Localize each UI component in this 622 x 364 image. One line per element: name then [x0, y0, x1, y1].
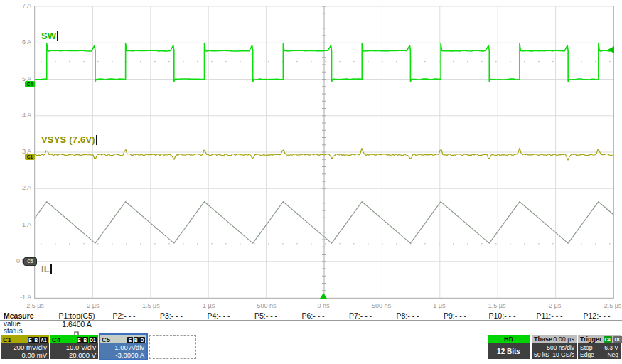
trigger-slope: Neg [607, 351, 618, 358]
x-tick: -2 µs [67, 302, 117, 310]
timebase-rate: 10 GS/s [552, 351, 574, 358]
channel-box-c5[interactable]: C5 EBD 1.00 A/div -3.0000 A [99, 333, 148, 360]
trace-label-vsys-text: VSYS (7.6V) [41, 134, 95, 145]
channel-c1-label: C1 [3, 336, 11, 343]
y-tick: 6 A [1, 38, 31, 46]
x-tick: 2.5 µs [588, 302, 622, 310]
y-tick: 2 A [1, 184, 31, 191]
trigger-time-marker[interactable] [320, 293, 327, 299]
measure-status-row-label: status [4, 327, 23, 335]
x-tick: 500 ns [356, 302, 406, 310]
c1-zero-marker[interactable]: C1 [25, 154, 35, 160]
x-tick: 1 µs [414, 302, 464, 310]
channel-badge-e: E [77, 337, 82, 343]
text-cursor [50, 264, 52, 274]
empty-channel-slot[interactable] [149, 335, 196, 359]
channel-c5-scale: 1.00 A/div [102, 344, 144, 352]
timebase-offset: 0.00 µs [553, 336, 574, 343]
x-tick: -2.5 µs [9, 302, 59, 310]
y-tick: -1 A [1, 294, 31, 301]
trigger-source-badge: C4 [604, 336, 612, 343]
y-tick: 4 A [1, 112, 31, 119]
waveform-svg [35, 6, 613, 298]
channel-box-c1[interactable]: C1 EBA1 200 mV/div 0.00 mV [1, 335, 49, 359]
hd-mode-box[interactable]: HD 12 Bits [488, 335, 530, 359]
trace-label-il-text: IL [41, 264, 50, 274]
channel-c5-label: C5 [102, 336, 110, 343]
hd-mode-label: HD [488, 335, 530, 343]
x-tick: 1.5 µs [472, 302, 522, 310]
trace-label-vsys[interactable]: VSYS (7.6V) [41, 134, 97, 145]
channel-badge-e: E [127, 337, 132, 343]
y-tick: 7 A [1, 2, 31, 9]
x-tick: -1 µs [183, 302, 232, 310]
channel-c5-badges: EBD [127, 336, 145, 343]
channel-c1-badges: EBA1 [27, 336, 48, 343]
trace-label-sw-text: SW [41, 31, 56, 41]
trace-label-sw[interactable]: SW [41, 31, 58, 41]
channel-c4-label: C4 [52, 336, 60, 343]
measure-section-title: Measure [4, 311, 34, 320]
channel-c1-offset: 0.00 mV [4, 352, 47, 360]
channel-c1-scale: 200 mV/div [4, 344, 47, 352]
channel-box-c4[interactable]: C4 EBD1 10.0 V/div 20.000 V [50, 335, 98, 359]
channel-badge-b: B [134, 337, 139, 343]
text-cursor [96, 135, 97, 145]
trigger-mode: Stop [580, 344, 593, 351]
channel-c4-scale: 10.0 V/div [53, 344, 96, 352]
timebase-scale: 500 ns/div [547, 344, 574, 351]
channel-c4-badges: EBD1 [76, 336, 97, 343]
x-tick: 0 ns [299, 302, 348, 310]
oscilloscope-screen: SW VSYS (7.6V) IL 7 A6 A5 A4 A3 A2 A1 A0… [0, 0, 622, 364]
channel-badge-d1: D1 [89, 337, 97, 343]
waveform-grid[interactable]: SW VSYS (7.6V) IL [34, 6, 614, 299]
c5-zero-marker[interactable]: C5 [23, 257, 37, 266]
channel-badge-b: B [33, 337, 39, 343]
measure-p12-label[interactable]: P12:- - - [562, 311, 622, 320]
channel-badge-d: D [139, 337, 145, 343]
trigger-type: Edge [580, 351, 594, 358]
channel-badge-a1: A1 [40, 337, 48, 343]
channel-badge-e: E [28, 337, 33, 343]
x-tick: -1.5 µs [125, 302, 175, 310]
channel-c4-offset: 20.000 V [53, 352, 96, 360]
text-cursor [57, 31, 58, 41]
channel-c5-offset: -3.0000 A [102, 352, 144, 360]
x-tick: -500 ns [241, 302, 291, 310]
trigger-level-value: 6.3 V [604, 344, 618, 351]
trigger-level-marker[interactable] [608, 46, 614, 53]
y-tick: 1 A [1, 221, 31, 228]
trigger-box[interactable]: Trigger C4 DC Stop 6.3 V Edge Neg [578, 335, 621, 359]
hd-mode-bits: 12 Bits [488, 343, 530, 359]
channel-badge-b: B [82, 337, 88, 343]
trigger-coupling-badge: DC [613, 336, 622, 343]
x-tick: 2 µs [530, 302, 580, 310]
c4-zero-marker[interactable]: C4 [25, 81, 35, 87]
trace-label-il[interactable]: IL [41, 264, 52, 274]
timebase-box[interactable]: Tbase 0.00 µs 500 ns/div 50 kS 10 GS/s [532, 335, 577, 359]
timebase-samples: 50 kS [534, 351, 549, 358]
timebase-label: Tbase [534, 336, 552, 343]
trigger-label: Trigger [580, 336, 602, 343]
